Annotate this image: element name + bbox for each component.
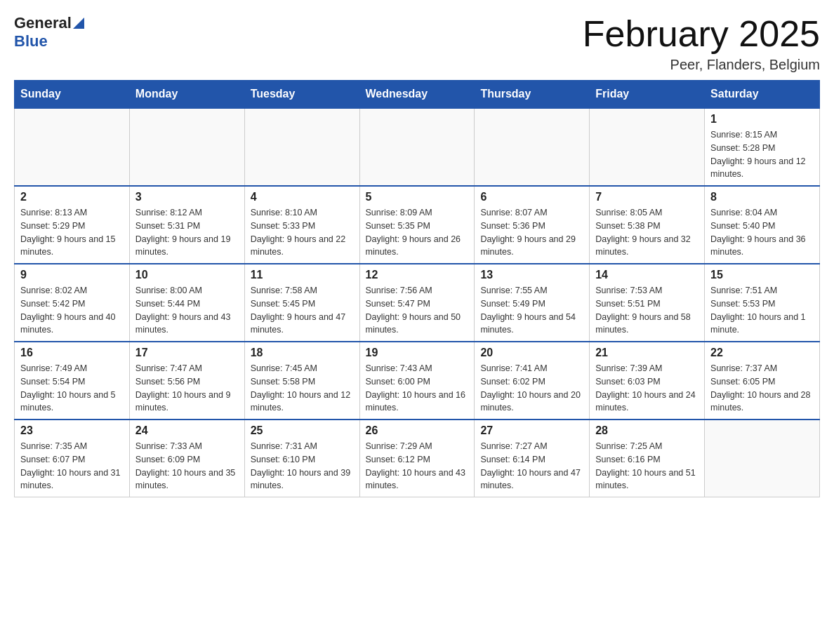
location-text: Peer, Flanders, Belgium xyxy=(583,57,820,73)
day-info: Sunrise: 7:49 AMSunset: 5:54 PMDaylight:… xyxy=(20,362,124,415)
table-row: 3Sunrise: 8:12 AMSunset: 5:31 PMDaylight… xyxy=(129,186,244,264)
day-number: 6 xyxy=(480,191,583,203)
logo-blue-text: Blue xyxy=(14,32,48,50)
week-row-3: 16Sunrise: 7:49 AMSunset: 5:54 PMDayligh… xyxy=(15,342,820,420)
header-sunday: Sunday xyxy=(15,81,130,109)
day-info: Sunrise: 7:35 AMSunset: 6:07 PMDaylight:… xyxy=(20,440,124,492)
table-row xyxy=(244,108,359,186)
logo: General Blue xyxy=(14,14,87,51)
day-number: 20 xyxy=(480,347,583,359)
day-number: 15 xyxy=(710,269,814,281)
day-number: 18 xyxy=(251,347,354,359)
table-row: 18Sunrise: 7:45 AMSunset: 5:58 PMDayligh… xyxy=(244,342,359,420)
table-row: 28Sunrise: 7:25 AMSunset: 6:16 PMDayligh… xyxy=(590,420,705,497)
day-info: Sunrise: 8:13 AMSunset: 5:29 PMDaylight:… xyxy=(20,206,124,259)
table-row: 11Sunrise: 7:58 AMSunset: 5:45 PMDayligh… xyxy=(244,264,359,342)
table-row: 1Sunrise: 8:15 AMSunset: 5:28 PMDaylight… xyxy=(705,108,820,186)
week-row-4: 23Sunrise: 7:35 AMSunset: 6:07 PMDayligh… xyxy=(15,420,820,497)
day-info: Sunrise: 8:09 AMSunset: 5:35 PMDaylight:… xyxy=(366,206,469,259)
header-tuesday: Tuesday xyxy=(244,81,359,109)
day-info: Sunrise: 7:27 AMSunset: 6:14 PMDaylight:… xyxy=(480,440,583,492)
day-number: 4 xyxy=(251,191,354,203)
table-row: 12Sunrise: 7:56 AMSunset: 5:47 PMDayligh… xyxy=(359,264,475,342)
table-row xyxy=(129,108,244,186)
day-info: Sunrise: 7:45 AMSunset: 5:58 PMDaylight:… xyxy=(251,362,354,415)
day-info: Sunrise: 7:39 AMSunset: 6:03 PMDaylight:… xyxy=(595,362,699,415)
day-info: Sunrise: 7:43 AMSunset: 6:00 PMDaylight:… xyxy=(366,362,469,415)
week-row-0: 1Sunrise: 8:15 AMSunset: 5:28 PMDaylight… xyxy=(15,108,820,186)
day-info: Sunrise: 8:04 AMSunset: 5:40 PMDaylight:… xyxy=(710,206,814,259)
day-info: Sunrise: 7:58 AMSunset: 5:45 PMDaylight:… xyxy=(251,284,354,337)
week-row-1: 2Sunrise: 8:13 AMSunset: 5:29 PMDaylight… xyxy=(15,186,820,264)
day-info: Sunrise: 8:07 AMSunset: 5:36 PMDaylight:… xyxy=(480,206,583,259)
table-row: 17Sunrise: 7:47 AMSunset: 5:56 PMDayligh… xyxy=(129,342,244,420)
day-info: Sunrise: 8:02 AMSunset: 5:42 PMDaylight:… xyxy=(20,284,124,337)
table-row: 25Sunrise: 7:31 AMSunset: 6:10 PMDayligh… xyxy=(244,420,359,497)
day-info: Sunrise: 8:05 AMSunset: 5:38 PMDaylight:… xyxy=(595,206,699,259)
table-row xyxy=(705,420,820,497)
day-number: 26 xyxy=(366,424,469,437)
day-number: 11 xyxy=(251,269,354,281)
table-row: 22Sunrise: 7:37 AMSunset: 6:05 PMDayligh… xyxy=(705,342,820,420)
day-info: Sunrise: 7:53 AMSunset: 5:51 PMDaylight:… xyxy=(595,284,699,337)
header-thursday: Thursday xyxy=(475,81,590,109)
day-number: 21 xyxy=(595,347,699,359)
table-row: 19Sunrise: 7:43 AMSunset: 6:00 PMDayligh… xyxy=(359,342,475,420)
week-row-2: 9Sunrise: 8:02 AMSunset: 5:42 PMDaylight… xyxy=(15,264,820,342)
day-number: 23 xyxy=(20,424,124,437)
logo-wordmark: General Blue xyxy=(14,14,87,51)
table-row: 7Sunrise: 8:05 AMSunset: 5:38 PMDaylight… xyxy=(590,186,705,264)
day-number: 10 xyxy=(135,269,239,281)
day-info: Sunrise: 7:55 AMSunset: 5:49 PMDaylight:… xyxy=(480,284,583,337)
day-info: Sunrise: 7:37 AMSunset: 6:05 PMDaylight:… xyxy=(710,362,814,415)
day-info: Sunrise: 7:29 AMSunset: 6:12 PMDaylight:… xyxy=(366,440,469,492)
table-row: 23Sunrise: 7:35 AMSunset: 6:07 PMDayligh… xyxy=(15,420,130,497)
table-row xyxy=(15,108,130,186)
day-info: Sunrise: 8:10 AMSunset: 5:33 PMDaylight:… xyxy=(251,206,354,259)
table-row: 9Sunrise: 8:02 AMSunset: 5:42 PMDaylight… xyxy=(15,264,130,342)
header-monday: Monday xyxy=(129,81,244,109)
day-info: Sunrise: 7:25 AMSunset: 6:16 PMDaylight:… xyxy=(595,440,699,492)
day-number: 12 xyxy=(366,269,469,281)
table-row: 24Sunrise: 7:33 AMSunset: 6:09 PMDayligh… xyxy=(129,420,244,497)
day-number: 25 xyxy=(251,424,354,437)
day-number: 9 xyxy=(20,269,124,281)
day-info: Sunrise: 8:00 AMSunset: 5:44 PMDaylight:… xyxy=(135,284,239,337)
table-row xyxy=(475,108,590,186)
page-header: General Blue February 2025 Peer, Flander… xyxy=(14,14,820,73)
table-row xyxy=(590,108,705,186)
day-number: 27 xyxy=(480,424,583,437)
table-row: 8Sunrise: 8:04 AMSunset: 5:40 PMDaylight… xyxy=(705,186,820,264)
day-number: 28 xyxy=(595,424,699,437)
table-row: 26Sunrise: 7:29 AMSunset: 6:12 PMDayligh… xyxy=(359,420,475,497)
day-info: Sunrise: 8:12 AMSunset: 5:31 PMDaylight:… xyxy=(135,206,239,259)
day-number: 19 xyxy=(366,347,469,359)
title-section: February 2025 Peer, Flanders, Belgium xyxy=(583,14,820,73)
day-info: Sunrise: 7:41 AMSunset: 6:02 PMDaylight:… xyxy=(480,362,583,415)
table-row: 5Sunrise: 8:09 AMSunset: 5:35 PMDaylight… xyxy=(359,186,475,264)
table-row: 15Sunrise: 7:51 AMSunset: 5:53 PMDayligh… xyxy=(705,264,820,342)
svg-marker-0 xyxy=(73,18,84,29)
day-number: 13 xyxy=(480,269,583,281)
day-info: Sunrise: 7:47 AMSunset: 5:56 PMDaylight:… xyxy=(135,362,239,415)
day-number: 16 xyxy=(20,347,124,359)
table-row xyxy=(359,108,475,186)
day-number: 1 xyxy=(710,113,814,126)
day-info: Sunrise: 7:33 AMSunset: 6:09 PMDaylight:… xyxy=(135,440,239,492)
day-info: Sunrise: 8:15 AMSunset: 5:28 PMDaylight:… xyxy=(710,128,814,181)
table-row: 6Sunrise: 8:07 AMSunset: 5:36 PMDaylight… xyxy=(475,186,590,264)
day-number: 22 xyxy=(710,347,814,359)
day-number: 2 xyxy=(20,191,124,203)
table-row: 14Sunrise: 7:53 AMSunset: 5:51 PMDayligh… xyxy=(590,264,705,342)
header-friday: Friday xyxy=(590,81,705,109)
day-info: Sunrise: 7:51 AMSunset: 5:53 PMDaylight:… xyxy=(710,284,814,337)
table-row: 13Sunrise: 7:55 AMSunset: 5:49 PMDayligh… xyxy=(475,264,590,342)
table-row: 2Sunrise: 8:13 AMSunset: 5:29 PMDaylight… xyxy=(15,186,130,264)
day-number: 24 xyxy=(135,424,239,437)
day-info: Sunrise: 7:56 AMSunset: 5:47 PMDaylight:… xyxy=(366,284,469,337)
table-row: 27Sunrise: 7:27 AMSunset: 6:14 PMDayligh… xyxy=(475,420,590,497)
day-number: 8 xyxy=(710,191,814,203)
day-number: 7 xyxy=(595,191,699,203)
logo-triangle-icon xyxy=(70,15,87,32)
header-saturday: Saturday xyxy=(705,81,820,109)
